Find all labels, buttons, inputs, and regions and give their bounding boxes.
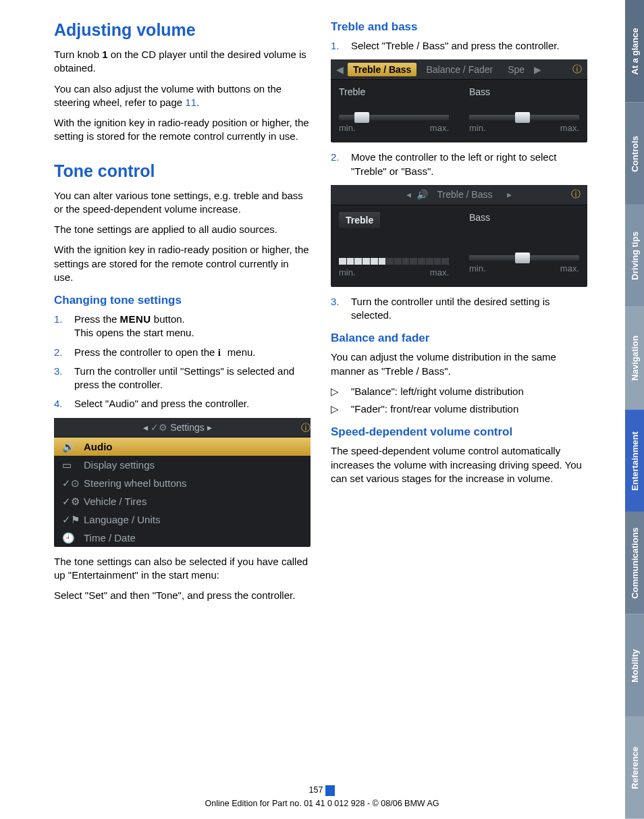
page-footer: 157 Online Edition for Part no. 01 41 0 … bbox=[0, 785, 644, 808]
ordered-list: 1. Press the MENU button. This opens the… bbox=[54, 313, 311, 411]
sidetab-communications[interactable]: Communications bbox=[625, 512, 644, 614]
max-label: max. bbox=[430, 267, 449, 278]
info-icon: ⓘ bbox=[572, 63, 582, 76]
list-number: 4. bbox=[54, 397, 74, 411]
min-label: min. bbox=[339, 267, 356, 278]
text: "Fader": front/rear volume distribution bbox=[351, 402, 518, 416]
bullet-list: ▷"Balance": left/right volume distributi… bbox=[331, 385, 587, 417]
settings-label: Language / Units bbox=[84, 514, 160, 525]
text: menu. bbox=[225, 346, 256, 358]
text: Turn the controller until "Settings" is … bbox=[74, 365, 311, 392]
para: The tone settings are applied to all aud… bbox=[54, 223, 311, 236]
triangle-bullet-icon: ▷ bbox=[331, 385, 351, 398]
right-column: Treble and bass 1. Select "Treble / Bass… bbox=[331, 20, 587, 609]
list-item: 2. Move the controller to the left or ri… bbox=[331, 151, 587, 178]
audio-icon: 🔊 bbox=[62, 441, 77, 452]
audio-icon: 🔊 bbox=[417, 189, 428, 200]
text: This opens the start menu. bbox=[74, 327, 194, 338]
text: Turn the controller until the desired se… bbox=[351, 295, 587, 323]
bass-slider[interactable]: Bass min.max. bbox=[469, 212, 579, 278]
max-label: max. bbox=[560, 263, 579, 273]
settings-title: Settings bbox=[170, 422, 205, 433]
ordered-list: 2. Move the controller to the left or ri… bbox=[331, 151, 587, 178]
list-item: 1. Press the MENU button. This opens the… bbox=[54, 313, 311, 340]
settings-row-display[interactable]: ▭Display settings bbox=[54, 456, 311, 474]
max-label: max. bbox=[560, 123, 579, 133]
list-number: 3. bbox=[331, 295, 351, 323]
info-icon: ⓘ bbox=[301, 422, 311, 434]
slider-label-treble: Treble bbox=[339, 86, 449, 97]
tab-treble-bass[interactable]: Treble / Bass bbox=[348, 63, 417, 76]
para: You can adjust the volume distribution i… bbox=[331, 350, 587, 378]
treble-slider[interactable]: Treble min.max. bbox=[339, 86, 449, 133]
page-number: 157 bbox=[309, 785, 336, 796]
clock-icon: 🕘 bbox=[62, 532, 77, 543]
chevron-right-icon: ▸ bbox=[207, 422, 212, 433]
tab-balance-fader[interactable]: Balance / Fader bbox=[421, 63, 498, 76]
tab-row: ◀ Treble / Bass Balance / Fader Spe ▶ ⓘ bbox=[331, 59, 587, 80]
para: Select "Set" and then "Tone", and press … bbox=[54, 589, 311, 602]
settings-label: Vehicle / Tires bbox=[84, 496, 146, 507]
settings-row-steering[interactable]: ✓⊙Steering wheel buttons bbox=[54, 474, 311, 492]
heading-tone-control: Tone control bbox=[54, 161, 311, 181]
heading-speed-volume: Speed-dependent volume control bbox=[331, 425, 587, 439]
max-label: max. bbox=[430, 123, 449, 133]
tab-speed[interactable]: Spe bbox=[502, 63, 530, 76]
text: You can also adjust the volume with butt… bbox=[54, 83, 281, 108]
bass-slider[interactable]: Bass min.max. bbox=[469, 86, 579, 133]
segmented-track bbox=[339, 258, 449, 265]
chevron-right-icon: ▸ bbox=[507, 189, 512, 200]
chevron-left-icon: ◂ bbox=[406, 189, 411, 200]
slider-label-treble: Treble bbox=[339, 212, 380, 228]
sidetab-controls[interactable]: Controls bbox=[625, 103, 644, 205]
settings-label: Audio bbox=[84, 441, 113, 452]
text: "Balance": left/right volume distributio… bbox=[351, 385, 524, 398]
list-item: 4. Select "Audio" and press the controll… bbox=[54, 397, 311, 411]
triangle-bullet-icon: ▷ bbox=[331, 402, 351, 416]
chevron-left-icon: ◂ bbox=[143, 422, 148, 433]
settings-row-language[interactable]: ✓⚑Language / Units bbox=[54, 510, 311, 529]
page-number-box-icon bbox=[325, 785, 335, 796]
para: You can also adjust the volume with butt… bbox=[54, 82, 311, 110]
screen-body: Treble min.max. Bass min.max. bbox=[331, 205, 587, 287]
min-label: min. bbox=[469, 123, 486, 133]
settings-header: ◂ ✓⚙ Settings ▸ ⓘ bbox=[54, 418, 311, 438]
heading-changing-tone: Changing tone settings bbox=[54, 294, 311, 307]
info-icon: ⓘ bbox=[571, 188, 581, 201]
list-item: 1. Select "Treble / Bass" and press the … bbox=[331, 39, 587, 53]
ordered-list: 3. Turn the controller until the desired… bbox=[331, 295, 587, 323]
ordered-list: 1. Select "Treble / Bass" and press the … bbox=[331, 39, 587, 53]
settings-row-audio[interactable]: 🔊Audio bbox=[54, 438, 311, 456]
page-ref-link[interactable]: 11 bbox=[185, 97, 196, 108]
list-number: 2. bbox=[331, 151, 351, 178]
text: Press the controller to open the i menu. bbox=[74, 346, 255, 359]
para: With the ignition key in radio-ready pos… bbox=[54, 243, 311, 284]
settings-label: Time / Date bbox=[84, 532, 136, 544]
text: Press the controller to open the bbox=[74, 346, 218, 358]
text: Press the MENU button. This opens the st… bbox=[74, 313, 194, 340]
info-i-icon: i bbox=[218, 346, 225, 359]
tab-center: Treble / Bass bbox=[432, 188, 498, 201]
sidetab-navigation[interactable]: Navigation bbox=[625, 307, 644, 410]
treble-slider-selected[interactable]: Treble min.max. bbox=[339, 212, 449, 278]
settings-row-vehicle[interactable]: ✓⚙Vehicle / Tires bbox=[54, 492, 311, 510]
flag-icon: ✓⚑ bbox=[62, 514, 77, 525]
slider-label-bass: Bass bbox=[469, 86, 579, 97]
settings-label: Display settings bbox=[84, 459, 155, 471]
page: Adjusting volume Turn knob 1 on the CD p… bbox=[0, 0, 644, 819]
menu-button-word: MENU bbox=[120, 313, 151, 325]
tab-row: ◂ 🔊 Treble / Bass ▸ ⓘ bbox=[331, 185, 587, 205]
chevron-right-icon: ▶ bbox=[534, 64, 541, 75]
list-number: 1. bbox=[54, 313, 74, 340]
steering-icon: ✓⊙ bbox=[62, 477, 77, 488]
sidetab-mobility[interactable]: Mobility bbox=[625, 614, 644, 717]
text: Select "Treble / Bass" and press the con… bbox=[351, 39, 560, 53]
sidetab-driving-tips[interactable]: Driving tips bbox=[625, 205, 644, 307]
settings-screenshot: ◂ ✓⚙ Settings ▸ ⓘ 🔊Audio ▭Display settin… bbox=[54, 418, 311, 547]
text: button. bbox=[151, 313, 185, 325]
text: Select "Audio" and press the controller. bbox=[74, 397, 249, 411]
screen-body: Treble min.max. Bass min.max. bbox=[331, 80, 587, 142]
settings-row-time[interactable]: 🕘Time / Date bbox=[54, 529, 311, 547]
sidetab-at-a-glance[interactable]: At a glance bbox=[625, 0, 644, 103]
sidetab-entertainment[interactable]: Entertainment bbox=[625, 410, 644, 512]
